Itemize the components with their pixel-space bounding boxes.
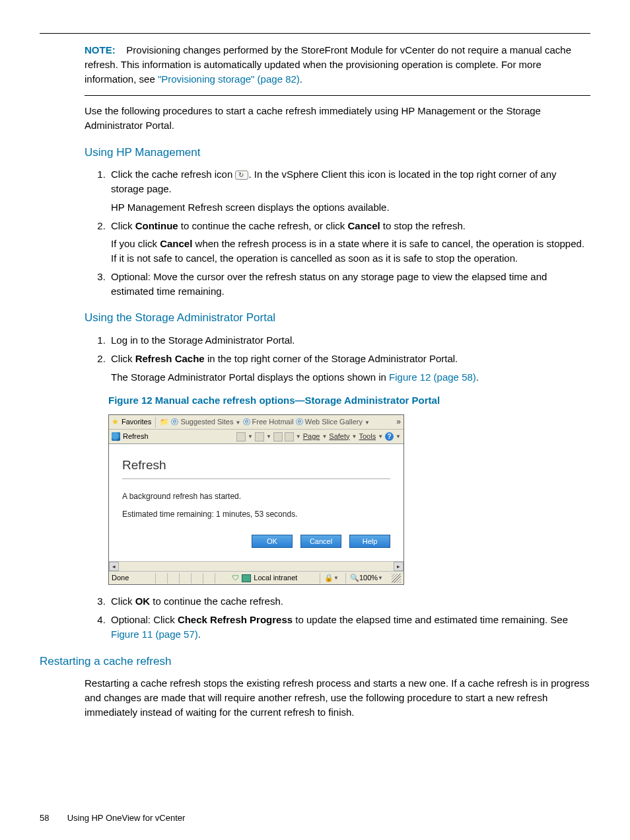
favorite-links: 📁 ⓔ Suggested Sites ▼ ⓔ Free Hotmail ⓔ W… — [160, 417, 370, 428]
ie-icon: ⓔ — [171, 418, 178, 426]
cancel-button[interactable]: Cancel — [300, 535, 341, 548]
more-chevron-icon[interactable]: » — [396, 416, 401, 428]
figure-12-screenshot: ★ Favorites 📁 ⓔ Suggested Sites ▼ ⓔ Free… — [108, 414, 404, 585]
intro-paragraph: Use the following procedures to start a … — [85, 104, 590, 133]
list-item: Log in to the Storage Administrator Port… — [108, 333, 590, 348]
dialog-message-2: Estimated time remaining: 1 minutes, 53 … — [122, 509, 390, 520]
hotmail-link[interactable]: Free Hotmail — [252, 418, 294, 426]
restarting-paragraph: Restarting a cache refresh stops the exi… — [85, 676, 590, 719]
heading-restarting: Restarting a cache refresh — [40, 654, 590, 670]
page-menu[interactable]: Page — [303, 432, 320, 442]
folder-icon: 📁 — [160, 418, 169, 426]
ie-toolbar: Refresh ▼ ▼ ▼ Page▼ Safety▼ Tools▼ ?▼ — [109, 430, 403, 444]
storage-admin-steps: Log in to the Storage Administrator Port… — [85, 333, 590, 384]
dialog-body: Refresh A background refresh has started… — [109, 444, 403, 561]
scroll-right-arrow[interactable]: ▸ — [394, 562, 403, 571]
zoom-seg[interactable]: 🔍 100% ▼ — [345, 573, 387, 584]
browser-tab[interactable]: Refresh — [112, 432, 149, 442]
tools-menu[interactable]: Tools — [359, 432, 376, 442]
figure-11-link[interactable]: Figure 11 (page 57) — [111, 629, 198, 640]
ie-favorites-bar: ★ Favorites 📁 ⓔ Suggested Sites ▼ ⓔ Free… — [109, 415, 403, 430]
print-icon[interactable] — [285, 432, 294, 441]
ie-icon — [112, 432, 120, 441]
suggested-sites-link[interactable]: Suggested Sites — [180, 418, 233, 426]
list-item: Click OK to continue the cache refresh. — [108, 594, 590, 609]
hp-management-steps: Click the cache refresh icon . In the vS… — [85, 167, 590, 298]
protected-mode-seg[interactable]: 🔒▼ — [320, 573, 343, 584]
ie-icon: ⓔ — [296, 418, 303, 426]
heading-hp-management: Using HP Management — [85, 145, 590, 161]
home-icon[interactable] — [236, 432, 246, 441]
help-icon[interactable]: ? — [385, 432, 394, 441]
list-item: Optional: Move the cursor over the refre… — [108, 270, 590, 299]
ok-button[interactable]: OK — [252, 535, 293, 548]
dialog-message-1: A background refresh has started. — [122, 491, 390, 502]
footer-title: Using HP OneView for vCenter — [67, 813, 186, 823]
step-detail: HP Management Refresh screen displays th… — [111, 200, 590, 215]
step-detail: If you click Cancel when the refresh pro… — [111, 237, 590, 266]
dialog-heading: Refresh — [122, 456, 390, 479]
list-item: Click Continue to continue the cache ref… — [108, 219, 590, 266]
storage-admin-steps-cont: Click OK to continue the cache refresh. … — [85, 594, 590, 641]
zone-icon — [242, 574, 251, 582]
note-link[interactable]: "Provisioning storage" (page 82) — [158, 73, 300, 85]
ie-icon: ⓔ — [243, 418, 250, 426]
note-after: . — [300, 73, 302, 85]
mail-icon[interactable] — [273, 432, 283, 441]
safety-menu[interactable]: Safety — [329, 432, 349, 442]
list-item: Optional: Click Check Refresh Progress t… — [108, 613, 590, 642]
magnifier-icon: 🔍 — [350, 573, 359, 584]
step-detail: The Storage Administrator Portal display… — [111, 370, 590, 385]
help-button[interactable]: Help — [349, 535, 390, 548]
zone-label: Local intranet — [254, 573, 297, 584]
note-box: NOTE: Provisioning changes performed by … — [85, 43, 590, 96]
list-item: Click the cache refresh icon . In the vS… — [108, 167, 590, 214]
status-bar: Done 🛡 Local intranet 🔒▼ 🔍 100% ▼ — [109, 571, 403, 584]
figure-12-link[interactable]: Figure 12 (page 58) — [389, 371, 476, 383]
horizontal-scrollbar[interactable]: ◂ ▸ — [109, 561, 403, 571]
star-icon: ★ — [112, 416, 119, 428]
scroll-left-arrow[interactable]: ◂ — [109, 562, 119, 571]
lock-icon: 🔒 — [324, 573, 333, 584]
figure-title: Figure 12 Manual cache refresh options—S… — [108, 393, 590, 408]
status-done: Done — [112, 573, 129, 584]
webslice-link[interactable]: Web Slice Gallery — [305, 418, 363, 426]
shield-icon: 🛡 — [232, 573, 239, 584]
favorites-label[interactable]: Favorites — [122, 417, 151, 428]
list-item: Click Refresh Cache in the top right cor… — [108, 352, 590, 385]
refresh-icon — [235, 171, 248, 180]
note-label: NOTE: — [85, 44, 116, 56]
page-content: NOTE: Provisioning changes performed by … — [40, 33, 590, 720]
heading-storage-admin: Using the Storage Administrator Portal — [85, 310, 590, 326]
page-number: 58 — [40, 812, 65, 825]
resize-grip-icon[interactable] — [392, 574, 401, 583]
feeds-icon[interactable] — [255, 432, 264, 441]
page-footer: 58 Using HP OneView for vCenter — [40, 812, 590, 825]
